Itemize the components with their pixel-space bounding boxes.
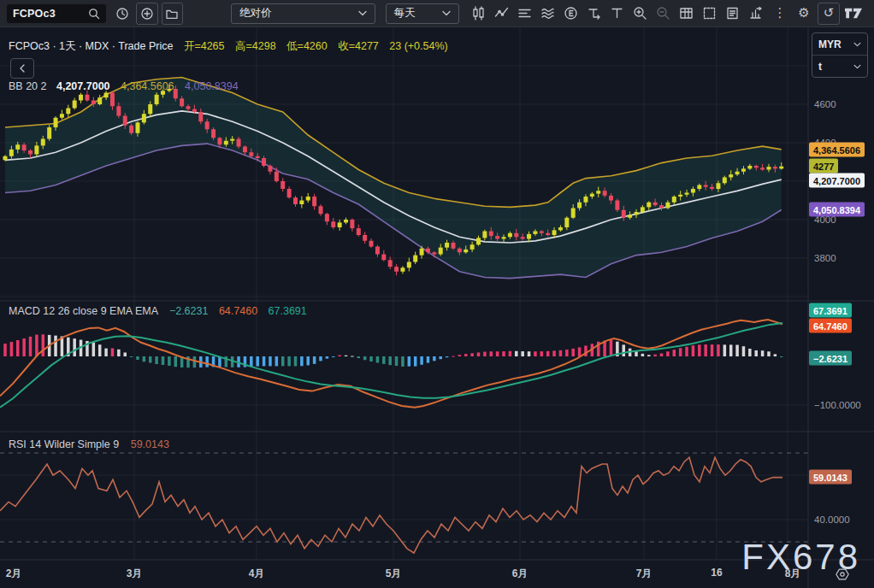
chart-export-icon[interactable] bbox=[747, 3, 765, 24]
bb-basis-value: 4,207.7000 bbox=[56, 80, 110, 92]
price-mode-label: 绝对价 bbox=[239, 6, 272, 21]
candle-body bbox=[451, 243, 455, 249]
chevron-down-icon bbox=[442, 10, 451, 16]
candle-body bbox=[155, 95, 159, 104]
macd-histogram-bar bbox=[357, 356, 361, 358]
candle-body bbox=[205, 121, 210, 129]
zoom-out-icon[interactable] bbox=[654, 3, 672, 24]
macd-histogram-bar bbox=[571, 349, 575, 356]
price-axis[interactable]: MYR t 4600440040003800−100.000040.00004,… bbox=[808, 0, 874, 588]
macd-histogram-bar bbox=[104, 349, 108, 356]
candle-body bbox=[482, 232, 487, 238]
macd-histogram-bar bbox=[136, 356, 139, 360]
candle-body bbox=[432, 252, 436, 254]
candle-body bbox=[198, 112, 203, 121]
macd-histogram-bar bbox=[692, 345, 695, 356]
candle-body bbox=[287, 189, 292, 197]
candle-body bbox=[319, 206, 323, 214]
legend-open: 开=4265 bbox=[184, 40, 225, 52]
legend-low: 低=4260 bbox=[286, 40, 328, 52]
notes-icon[interactable] bbox=[723, 3, 741, 24]
rsi-legend: RSI 14 Wilder Simple 9 59.0143 bbox=[9, 438, 169, 450]
candles-icon[interactable] bbox=[469, 3, 487, 24]
macd-histogram-bar bbox=[332, 356, 335, 357]
axis-value-badge: 4277 bbox=[809, 159, 838, 173]
candle-body bbox=[729, 174, 733, 177]
folder-icon[interactable] bbox=[162, 3, 183, 25]
rsi-title: RSI 14 Wilder Simple 9 bbox=[9, 438, 119, 450]
candle-body bbox=[577, 203, 582, 209]
candle-body bbox=[735, 172, 740, 174]
screenshot-icon[interactable] bbox=[700, 3, 718, 24]
macd-histogram-bar bbox=[117, 350, 121, 356]
price-mode-select[interactable]: 绝对价 bbox=[231, 3, 375, 24]
candle-body bbox=[299, 201, 304, 205]
compare-icon[interactable] bbox=[516, 3, 534, 24]
macd-histogram-bar bbox=[205, 356, 209, 368]
zoom-in-icon[interactable] bbox=[631, 3, 649, 24]
macd-histogram-bar bbox=[610, 340, 613, 356]
macd-histogram-bar bbox=[250, 356, 253, 367]
macd-histogram-bar bbox=[660, 353, 664, 356]
macd-histogram-bar bbox=[92, 343, 96, 356]
candle-body bbox=[237, 139, 241, 147]
table-icon[interactable] bbox=[677, 3, 695, 24]
legend-close: 收=4277 bbox=[338, 40, 379, 52]
more-options-icon[interactable]: ⋮ bbox=[770, 3, 790, 24]
clock-icon[interactable] bbox=[113, 3, 133, 24]
candle-body bbox=[609, 196, 613, 201]
bb-lower-value: 4,050.8394 bbox=[185, 80, 239, 92]
reset-icon[interactable]: ↺ bbox=[818, 3, 840, 25]
candle-body bbox=[135, 122, 139, 132]
indicators-icon[interactable] bbox=[493, 3, 511, 24]
candle-body bbox=[3, 156, 8, 161]
axis-tick-label: 4600 bbox=[814, 99, 836, 109]
add-circle-icon[interactable] bbox=[136, 3, 157, 25]
candle-body bbox=[357, 228, 361, 235]
symbol-search-input[interactable]: FCPOc3 bbox=[7, 4, 106, 23]
macd-histogram-bar bbox=[452, 356, 455, 357]
macd-histogram-bar bbox=[666, 351, 670, 356]
macd-histogram-bar bbox=[717, 344, 720, 356]
time-tick-label: 7月 bbox=[636, 567, 653, 581]
settings-gear-icon[interactable]: ⚙ bbox=[794, 3, 814, 24]
candle-body bbox=[723, 178, 727, 184]
unit-select[interactable]: t bbox=[812, 56, 867, 77]
waves-icon[interactable] bbox=[539, 3, 557, 24]
macd-histogram-bar bbox=[673, 350, 676, 356]
candle-body bbox=[622, 210, 626, 218]
interval-select[interactable]: 每天 bbox=[386, 3, 459, 24]
macd-title: MACD 12 26 close 9 EMA EMA bbox=[9, 305, 157, 317]
macd-histogram-bar bbox=[490, 351, 493, 356]
candle-body bbox=[527, 234, 531, 239]
macd-histogram-bar bbox=[774, 354, 777, 356]
macd-histogram-bar bbox=[433, 356, 436, 361]
time-tick-label: 4月 bbox=[249, 567, 265, 581]
candle-body bbox=[521, 237, 525, 238]
trading-chart-app: FCPOc3 绝对价 每天 bbox=[0, 0, 874, 588]
candle-body bbox=[60, 114, 64, 118]
macd-histogram-bar bbox=[300, 356, 304, 366]
candle-body bbox=[312, 197, 316, 206]
candle-body bbox=[464, 250, 468, 252]
e-circle-icon[interactable] bbox=[562, 3, 580, 24]
bb-upper-value: 4,364.5606 bbox=[121, 80, 174, 92]
candle-body bbox=[615, 201, 619, 210]
measure-icon[interactable] bbox=[585, 3, 603, 24]
currency-select[interactable]: MYR bbox=[812, 33, 867, 56]
time-tick-label: 3月 bbox=[127, 567, 143, 581]
text-icon[interactable] bbox=[608, 3, 626, 24]
macd-histogram-bar bbox=[10, 342, 14, 356]
candle-body bbox=[489, 232, 493, 237]
macd-histogram-bar bbox=[578, 347, 582, 356]
candle-body bbox=[268, 166, 272, 172]
macd-histogram-bar bbox=[653, 355, 657, 356]
macd-histogram-bar bbox=[401, 356, 405, 367]
macd-histogram-bar bbox=[388, 356, 392, 365]
tradingview-logo[interactable] bbox=[843, 3, 864, 24]
macd-histogram-bar bbox=[496, 351, 499, 356]
candle-body bbox=[293, 197, 298, 204]
collapse-legend-button[interactable] bbox=[10, 58, 34, 79]
macd-histogram-bar bbox=[395, 356, 399, 366]
candle-body bbox=[110, 93, 115, 107]
